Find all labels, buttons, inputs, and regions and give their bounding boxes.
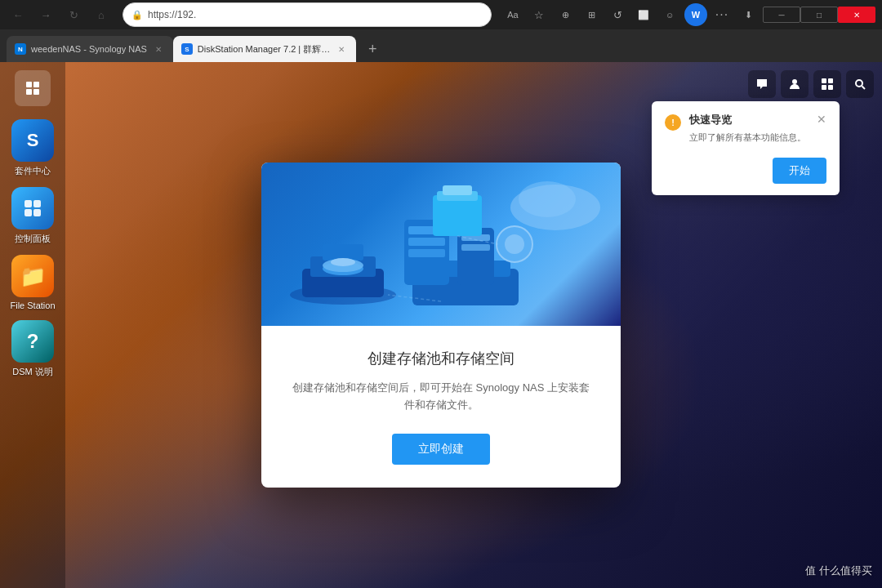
window-controls: ─ □ ✕ bbox=[763, 7, 875, 23]
downloads-icon[interactable]: ⬇ bbox=[737, 3, 760, 26]
browser-nav-icons: ← → ↻ ⌂ bbox=[7, 3, 113, 26]
refresh-button[interactable]: ↻ bbox=[62, 3, 85, 26]
quick-guide-content: 快速导览 立即了解所有基本功能信息。 bbox=[689, 113, 808, 145]
dsm-desktop: S 套件中心 控制面板 📁 bbox=[0, 62, 882, 588]
svg-rect-28 bbox=[408, 238, 445, 246]
extensions-icon[interactable]: ⊞ bbox=[580, 3, 603, 26]
tab-favicon-1: N bbox=[15, 43, 26, 55]
tab-title-2: DiskStation Manager 7.2 | 群辉… bbox=[198, 43, 330, 56]
browser-frame: ← → ↻ ⌂ 🔒 https://192. Aa ☆ ⊕ ⊞ ↺ ⬜ ☺ W … bbox=[0, 0, 882, 588]
more-faces-icon[interactable]: ☺ bbox=[658, 3, 681, 26]
modal-description: 创建存储池和存储空间后，即可开始在 Synology NAS 上安装套件和存储文… bbox=[287, 380, 595, 414]
collections-icon[interactable]: ⊕ bbox=[554, 3, 577, 26]
home-button[interactable]: ⌂ bbox=[90, 3, 113, 26]
svg-point-37 bbox=[505, 234, 524, 254]
back-button[interactable]: ← bbox=[7, 3, 29, 26]
browser-icon[interactable]: ⬜ bbox=[632, 3, 655, 26]
tab-bar: N weedenNAS - Synology NAS ✕ S DiskStati… bbox=[0, 29, 882, 62]
storage-modal: 创建存储池和存储空间 创建存储池和存储空间后，即可开始在 Synology NA… bbox=[261, 163, 621, 488]
modal-body: 创建存储池和存储空间 创建存储池和存储空间后，即可开始在 Synology NA… bbox=[261, 326, 621, 488]
forward-button[interactable]: → bbox=[34, 3, 57, 26]
url-text: https://192. bbox=[148, 9, 483, 20]
address-bar[interactable]: 🔒 https://192. bbox=[122, 2, 492, 27]
history-icon[interactable]: ↺ bbox=[606, 3, 629, 26]
tab-close-2[interactable]: ✕ bbox=[335, 42, 348, 56]
svg-rect-33 bbox=[433, 195, 482, 236]
maximize-button[interactable]: □ bbox=[800, 7, 838, 23]
quick-guide-popup: ! 快速导览 立即了解所有基本功能信息。 ✕ 开始 bbox=[652, 101, 840, 195]
minimize-button[interactable]: ─ bbox=[763, 7, 800, 23]
svg-rect-32 bbox=[461, 244, 490, 251]
lock-icon: 🔒 bbox=[131, 10, 143, 20]
quick-guide-close[interactable]: ✕ bbox=[817, 113, 826, 126]
quick-guide-title: 快速导览 bbox=[689, 113, 808, 127]
svg-rect-29 bbox=[408, 249, 445, 257]
svg-point-16 bbox=[519, 181, 576, 217]
create-storage-button[interactable]: 立即创建 bbox=[392, 434, 490, 465]
svg-point-23 bbox=[331, 258, 355, 266]
tab-favicon-2: S bbox=[181, 43, 193, 55]
quick-guide-header: ! 快速导览 立即了解所有基本功能信息。 ✕ bbox=[665, 113, 826, 145]
tab-title-1: weedenNAS - Synology NAS bbox=[31, 44, 147, 54]
tab-close-1[interactable]: ✕ bbox=[152, 42, 165, 56]
quick-guide-description: 立即了解所有基本功能信息。 bbox=[689, 131, 808, 145]
toolbar-right: Aa ☆ ⊕ ⊞ ↺ ⬜ ☺ W ··· ⬇ bbox=[501, 3, 760, 26]
quick-guide-icon: ! bbox=[665, 114, 681, 131]
profile-button[interactable]: W bbox=[684, 3, 707, 26]
favorites-icon[interactable]: ☆ bbox=[528, 3, 550, 26]
tab-nas[interactable]: N weedenNAS - Synology NAS ✕ bbox=[7, 36, 173, 62]
svg-rect-35 bbox=[443, 185, 472, 195]
tab-dsm[interactable]: S DiskStation Manager 7.2 | 群辉… ✕ bbox=[173, 36, 356, 62]
more-button[interactable]: ··· bbox=[710, 3, 733, 26]
new-tab-button[interactable]: + bbox=[359, 36, 385, 62]
modal-title: 创建存储池和存储空间 bbox=[287, 349, 595, 368]
reader-icon[interactable]: Aa bbox=[501, 3, 524, 26]
modal-image bbox=[261, 163, 621, 326]
title-bar: ← → ↻ ⌂ 🔒 https://192. Aa ☆ ⊕ ⊞ ↺ ⬜ ☺ W … bbox=[0, 0, 882, 29]
close-button[interactable]: ✕ bbox=[838, 7, 875, 23]
quick-guide-start-button[interactable]: 开始 bbox=[773, 158, 826, 184]
